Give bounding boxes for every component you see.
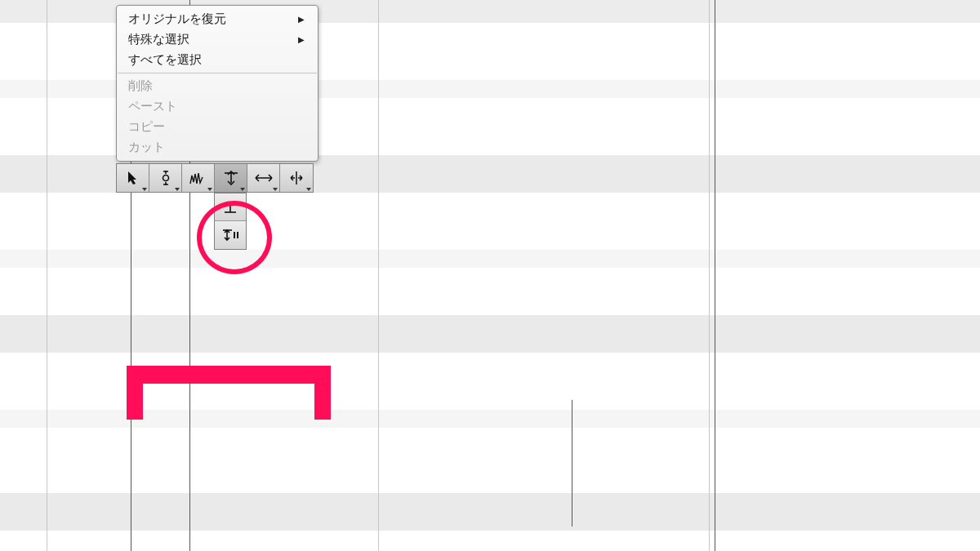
annotation-bracket xyxy=(314,366,331,420)
pitch-icon xyxy=(158,170,173,186)
time-tool-button[interactable] xyxy=(247,164,280,192)
pitch-row xyxy=(0,268,980,315)
menu-delete: 削除 xyxy=(117,76,318,96)
note-boundary[interactable] xyxy=(131,160,131,551)
gridline xyxy=(47,0,47,551)
note-boundary[interactable] xyxy=(572,400,572,527)
menu-paste: ペースト xyxy=(117,96,318,117)
note-boundary[interactable] xyxy=(715,0,715,551)
gridline xyxy=(378,0,379,551)
menu-label: コピー xyxy=(128,119,165,135)
split-tool-button[interactable] xyxy=(280,164,313,192)
menu-cut: カット xyxy=(117,137,318,158)
pitch-tool-button[interactable] xyxy=(149,164,182,192)
time-icon xyxy=(255,172,273,184)
chevron-down-icon xyxy=(240,188,245,191)
menu-label: 特殊な選択 xyxy=(128,32,189,47)
pitch-row xyxy=(0,428,980,493)
menu-label: すべてを選択 xyxy=(128,52,202,68)
menu-restore-original[interactable]: オリジナルを復元 ▶ xyxy=(117,9,318,29)
chevron-down-icon xyxy=(142,188,147,191)
menu-select-all[interactable]: すべてを選択 xyxy=(117,50,318,70)
chevron-right-icon: ▶ xyxy=(298,15,305,24)
menu-label: 削除 xyxy=(128,78,153,94)
pitch-row xyxy=(0,315,980,353)
chevron-down-icon xyxy=(273,188,278,191)
menu-label: オリジナルを復元 xyxy=(128,11,226,27)
context-menu: オリジナルを復元 ▶ 特殊な選択 ▶ すべてを選択 削除 ペースト コピー カッ… xyxy=(116,5,318,162)
annotation-bracket xyxy=(127,366,331,384)
vibrato-icon xyxy=(189,171,207,184)
pitch-row xyxy=(0,493,980,531)
pitch-row xyxy=(0,531,980,551)
pitch-row xyxy=(0,193,980,250)
menu-separator xyxy=(118,73,317,73)
tool-toolbar xyxy=(116,163,314,193)
chevron-down-icon xyxy=(207,188,212,191)
annotation-circle xyxy=(197,201,272,274)
vibrato-tool-button[interactable] xyxy=(182,164,215,192)
formant-tool-button[interactable] xyxy=(215,164,247,192)
pointer-icon xyxy=(127,171,140,185)
pitch-row xyxy=(0,410,980,428)
gridline xyxy=(709,0,710,551)
pointer-tool-button[interactable] xyxy=(117,164,149,192)
menu-special-select[interactable]: 特殊な選択 ▶ xyxy=(117,29,318,50)
svg-point-58 xyxy=(163,176,168,181)
menu-label: カット xyxy=(128,140,165,155)
chevron-right-icon: ▶ xyxy=(298,35,305,44)
formant-icon xyxy=(223,171,239,185)
pitch-row xyxy=(0,250,980,268)
chevron-down-icon xyxy=(306,188,311,191)
split-icon xyxy=(288,171,305,185)
chevron-down-icon xyxy=(175,188,180,191)
menu-copy: コピー xyxy=(117,117,318,137)
menu-label: ペースト xyxy=(128,99,177,114)
